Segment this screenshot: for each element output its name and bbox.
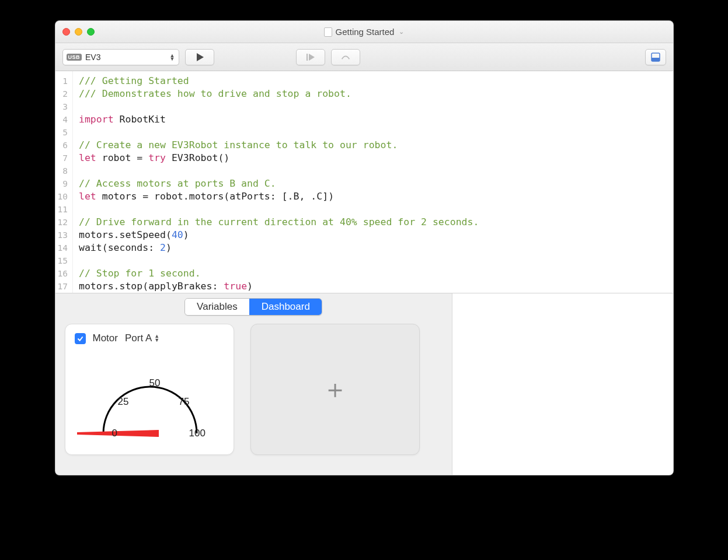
gauge-needle: [77, 430, 159, 437]
code-line[interactable]: [79, 254, 479, 267]
gauge-tick-50: 50: [149, 377, 161, 389]
window-title-text: Getting Started: [336, 27, 395, 37]
widget-port-selector[interactable]: Port A ▲▼: [125, 332, 159, 344]
code-line[interactable]: // Drive forward in the current directio…: [79, 216, 479, 229]
code-line[interactable]: let motors = robot.motors(atPorts: [.B, …: [79, 190, 479, 203]
line-number: 12: [58, 216, 68, 229]
line-number: 16: [58, 267, 68, 280]
titlebar: Getting Started ⌄: [55, 21, 673, 43]
bottom-panel: Variables Dashboard Motor Port A ▲▼: [55, 293, 673, 475]
stepper-icon: ▲▼: [154, 334, 159, 342]
svg-rect-1: [306, 54, 308, 61]
widget-type-label: Motor: [93, 332, 118, 344]
widget-port-label: Port A: [125, 332, 152, 344]
tab-dashboard[interactable]: Dashboard: [249, 299, 322, 315]
gauge-tick-75: 75: [179, 396, 190, 408]
code-line[interactable]: // Create a new EV3Robot instance to tal…: [79, 139, 479, 152]
line-number: 2: [58, 88, 68, 100]
dashboard-panel: Variables Dashboard Motor Port A ▲▼: [55, 293, 452, 475]
code-line[interactable]: [79, 126, 479, 139]
svg-marker-0: [197, 53, 204, 61]
code-line[interactable]: wait(seconds: 2): [79, 242, 479, 254]
line-number: 14: [58, 242, 68, 254]
gauge-tick-100: 100: [189, 428, 205, 439]
line-number: 10: [58, 190, 68, 203]
svg-rect-4: [652, 58, 660, 61]
line-number: 5: [58, 126, 68, 139]
check-icon: [76, 335, 84, 342]
code-line[interactable]: motors.setSpeed(40): [79, 229, 479, 242]
line-number: 9: [58, 177, 68, 190]
window-controls: [62, 28, 95, 36]
code-editor[interactable]: 1234567891011121314151617 /// Getting St…: [55, 71, 673, 293]
code-line[interactable]: [79, 164, 479, 177]
code-line[interactable]: /// Getting Started: [79, 75, 479, 88]
panel-icon: [651, 52, 660, 62]
chevron-down-icon: ⌄: [399, 28, 404, 36]
tab-bar: Variables Dashboard: [55, 293, 452, 324]
panel-toggle-button[interactable]: [645, 49, 666, 65]
connection-selector[interactable]: USB EV3 ▲▼: [62, 49, 179, 65]
document-icon: [324, 27, 332, 37]
line-number: 3: [58, 100, 68, 113]
line-number: 1: [58, 75, 68, 88]
code-line[interactable]: // Access motors at ports B and C.: [79, 177, 479, 190]
gauge-arc: [103, 387, 197, 433]
code-line[interactable]: motors.stop(applyBrakes: true): [79, 280, 479, 293]
step-over-button[interactable]: [331, 49, 360, 65]
zoom-window-button[interactable]: [87, 28, 95, 36]
line-gutter: 1234567891011121314151617: [55, 71, 73, 293]
motor-widget[interactable]: Motor Port A ▲▼ 0 25 50: [65, 324, 234, 455]
code-line[interactable]: [79, 100, 479, 113]
line-number: 15: [58, 254, 68, 267]
toolbar: USB EV3 ▲▼: [55, 43, 673, 71]
gauge: 0 25 50 75 100: [75, 344, 224, 446]
widget-area: Motor Port A ▲▼ 0 25 50: [55, 324, 452, 455]
minimize-window-button[interactable]: [75, 28, 82, 36]
line-number: 4: [58, 113, 68, 126]
inspector-panel: [452, 293, 673, 475]
code-line[interactable]: import RobotKit: [79, 113, 479, 126]
step-play-icon: [306, 52, 315, 62]
line-number: 7: [58, 152, 68, 164]
tab-variables[interactable]: Variables: [185, 299, 249, 315]
line-number: 8: [58, 164, 68, 177]
step-over-icon: [341, 52, 350, 62]
line-number: 6: [58, 139, 68, 152]
gauge-tick-25: 25: [118, 396, 129, 408]
code-area[interactable]: /// Getting Started/// Demonstrates how …: [73, 71, 485, 293]
code-line[interactable]: // Stop for 1 second.: [79, 267, 479, 280]
usb-badge: USB: [67, 54, 82, 61]
line-number: 13: [58, 229, 68, 242]
code-line[interactable]: let robot = try EV3Robot(): [79, 152, 479, 164]
add-widget-button[interactable]: ＋: [250, 324, 420, 455]
widget-enabled-checkbox[interactable]: [75, 333, 86, 344]
run-button[interactable]: [185, 49, 214, 65]
code-line[interactable]: /// Demonstrates how to drive and stop a…: [79, 88, 479, 100]
line-number: 17: [58, 280, 68, 293]
line-number: 11: [58, 203, 68, 216]
app-window: Getting Started ⌄ USB EV3 ▲▼ 12345678910…: [55, 20, 674, 475]
window-title[interactable]: Getting Started ⌄: [324, 27, 405, 37]
plus-icon: ＋: [322, 372, 348, 407]
connection-label: EV3: [85, 52, 166, 62]
svg-marker-2: [309, 54, 315, 61]
play-icon: [195, 52, 204, 62]
step-button[interactable]: [296, 49, 325, 65]
code-line[interactable]: [79, 203, 479, 216]
close-window-button[interactable]: [62, 28, 70, 36]
gauge-tick-0: 0: [112, 428, 117, 439]
stepper-icon: ▲▼: [170, 54, 175, 61]
